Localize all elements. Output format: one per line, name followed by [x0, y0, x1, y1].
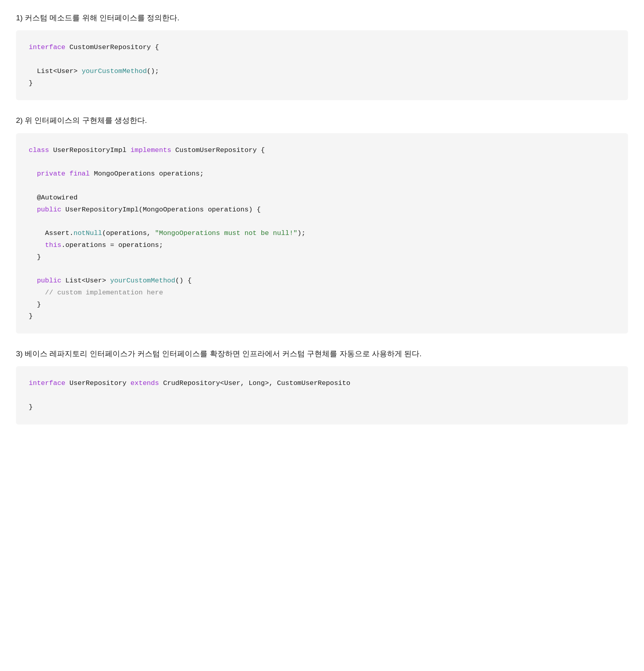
- code-token-2-8-3: (operations,: [102, 229, 155, 237]
- code-token-2-8-4: "MongoOperations must not be null!": [155, 229, 297, 237]
- code-token-2-8-1: Assert.: [29, 229, 73, 237]
- section-2: 2) 위 인터페이스의 구현체를 생성한다.class UserReposito…: [16, 114, 628, 334]
- code-token-2-1-2: UserRepositoryImpl: [49, 146, 130, 154]
- code-block-2: class UserRepositoryImpl implements Cust…: [16, 133, 628, 334]
- page-content: 1) 커스텀 메소드를 위해 인터페이스를 정의한다.interface Cus…: [16, 12, 628, 424]
- section-2-title: 2) 위 인터페이스의 구현체를 생성한다.: [16, 114, 628, 126]
- code-line-1-1: interface CustomUserRepository {: [29, 41, 615, 53]
- code-line-1-4: }: [29, 77, 615, 89]
- code-line-3-1: interface UserRepository extends CrudRep…: [29, 377, 615, 389]
- code-token-1-3-2: yourCustomMethod: [82, 67, 147, 75]
- code-token-2-9-2: this: [45, 241, 61, 249]
- code-line-2-5: @Autowired: [29, 192, 615, 204]
- code-token-2-14-1: }: [29, 301, 41, 308]
- code-token-2-3-2: private final: [37, 170, 90, 178]
- code-token-2-12-2: public: [37, 277, 61, 284]
- code-block-1: interface CustomUserRepository { List<Us…: [16, 30, 628, 100]
- code-line-2-6: public UserRepositoryImpl(MongoOperation…: [29, 204, 615, 216]
- code-line-2-14: }: [29, 299, 615, 311]
- section-1-title: 1) 커스텀 메소드를 위해 인터페이스를 정의한다.: [16, 12, 628, 24]
- code-token-2-13-1: [29, 289, 45, 296]
- code-token-2-3-1: [29, 170, 37, 178]
- code-token-2-5-1: @Autowired: [29, 194, 77, 201]
- code-line-2-7: [29, 215, 615, 227]
- code-line-2-2: [29, 156, 615, 168]
- code-token-2-12-1: [29, 277, 37, 284]
- code-token-2-9-3: .operations = operations;: [61, 241, 163, 249]
- code-line-2-10: }: [29, 251, 615, 263]
- code-line-2-15: }: [29, 310, 615, 322]
- section-1: 1) 커스텀 메소드를 위해 인터페이스를 정의한다.interface Cus…: [16, 12, 628, 100]
- code-token-2-13-2: // custom implementation here: [45, 289, 163, 296]
- code-line-3-3: }: [29, 401, 615, 413]
- code-line-2-1: class UserRepositoryImpl implements Cust…: [29, 144, 615, 156]
- code-token-3-1-1: interface: [29, 379, 65, 387]
- code-token-1-3-1: List<User>: [29, 67, 82, 75]
- code-token-3-3-1: }: [29, 403, 33, 411]
- code-line-1-2: [29, 53, 615, 65]
- code-token-1-1-1: interface: [29, 43, 65, 51]
- code-line-2-8: Assert.notNull(operations, "MongoOperati…: [29, 227, 615, 239]
- code-line-2-9: this.operations = operations;: [29, 239, 615, 251]
- code-token-2-8-2: notNull: [73, 229, 102, 237]
- code-line-2-4: [29, 180, 615, 192]
- code-line-2-3: private final MongoOperations operations…: [29, 168, 615, 180]
- code-token-2-1-3: implements: [130, 146, 171, 154]
- code-token-3-1-2: UserRepository: [65, 379, 130, 387]
- code-token-2-6-1: [29, 206, 37, 213]
- section-3: 3) 베이스 레파지토리 인터페이스가 커스텀 인터페이스를 확장하면 인프라에…: [16, 348, 628, 424]
- code-token-2-3-3: MongoOperations operations;: [90, 170, 204, 178]
- code-token-2-1-4: CustomUserRepository {: [171, 146, 265, 154]
- code-token-2-6-3: UserRepositoryImpl(MongoOperations opera…: [61, 206, 261, 213]
- code-line-2-11: [29, 263, 615, 275]
- code-token-2-15-1: }: [29, 312, 33, 320]
- code-token-1-3-3: ();: [147, 67, 159, 75]
- code-token-2-9-1: [29, 241, 45, 249]
- code-token-2-10-1: }: [29, 253, 41, 261]
- code-token-1-4-1: }: [29, 79, 33, 87]
- code-token-2-12-5: () {: [175, 277, 192, 284]
- code-line-2-12: public List<User> yourCustomMethod() {: [29, 275, 615, 287]
- code-token-2-6-2: public: [37, 206, 61, 213]
- code-token-2-8-5: );: [297, 229, 305, 237]
- code-line-1-3: List<User> yourCustomMethod();: [29, 65, 615, 77]
- code-block-3: interface UserRepository extends CrudRep…: [16, 366, 628, 424]
- code-line-2-13: // custom implementation here: [29, 287, 615, 299]
- code-token-3-1-3: extends: [130, 379, 159, 387]
- code-token-1-1-2: CustomUserRepository {: [65, 43, 159, 51]
- code-token-2-12-4: yourCustomMethod: [110, 277, 175, 284]
- code-token-3-1-4: CrudRepository<User, Long>, CustomUserRe…: [159, 379, 350, 387]
- section-3-title: 3) 베이스 레파지토리 인터페이스가 커스텀 인터페이스를 확장하면 인프라에…: [16, 348, 628, 360]
- code-line-3-2: [29, 389, 615, 401]
- code-token-2-1-1: class: [29, 146, 49, 154]
- code-token-2-12-3: List<User>: [61, 277, 110, 284]
